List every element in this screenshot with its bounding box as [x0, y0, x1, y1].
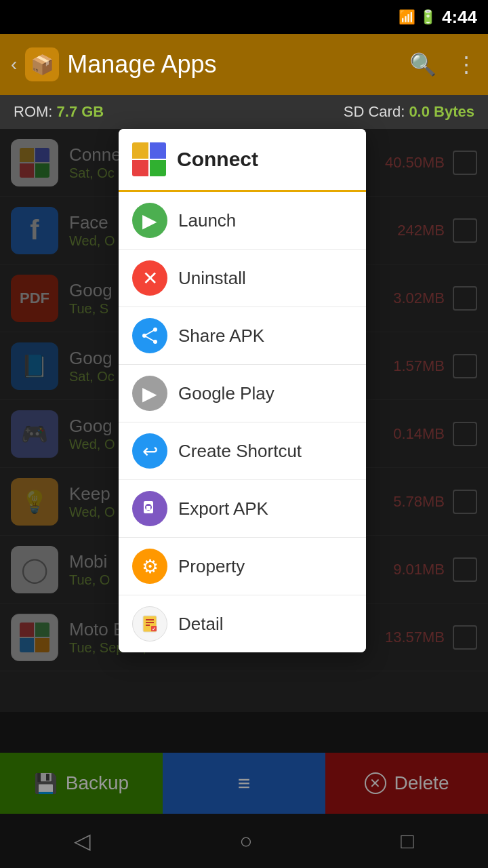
share-apk-icon [132, 318, 167, 353]
storage-bar: ROM: 7.7 GB SD Card: 0.0 Bytes [0, 95, 488, 129]
more-options-icon[interactable]: ⋮ [455, 52, 477, 77]
status-time: 4:44 [442, 7, 477, 28]
google-play-label: Google Play [178, 383, 274, 404]
detail-label: Detail [178, 614, 223, 635]
back-button[interactable]: ‹ [11, 54, 17, 75]
popup-item-export-apk[interactable]: Export APK [119, 480, 366, 538]
google-play-icon: ▶ [132, 376, 167, 411]
rom-info: ROM: 7.7 GB [14, 103, 344, 121]
app-header: ‹ 📦 Manage Apps 🔍 ⋮ [0, 34, 488, 95]
app-logo: 📦 [25, 47, 59, 81]
battery-icon: 🔋 [420, 9, 436, 25]
popup-menu: Connect ▶ Launch ✕ Uninstall Share APK ▶… [119, 129, 366, 652]
uninstall-icon: ✕ [132, 260, 167, 296]
property-icon: ⚙ [132, 549, 167, 584]
status-icons: 📶 🔋 [399, 9, 436, 25]
popup-item-uninstall[interactable]: ✕ Uninstall [119, 250, 366, 307]
popup-item-create-shortcut[interactable]: ↩ Create Shortcut [119, 422, 366, 480]
signal-icon: 📶 [399, 9, 415, 25]
create-shortcut-label: Create Shortcut [178, 441, 302, 462]
svg-text:✓: ✓ [152, 627, 156, 631]
header-title: Manage Apps [67, 50, 390, 79]
popup-app-name: Connect [177, 148, 258, 171]
popup-header: Connect [119, 129, 366, 192]
svg-line-5 [144, 330, 155, 336]
popup-item-launch[interactable]: ▶ Launch [119, 192, 366, 250]
svg-line-6 [144, 336, 155, 342]
property-label: Property [178, 556, 245, 577]
launch-label: Launch [178, 210, 236, 231]
share-apk-label: Share APK [178, 326, 264, 347]
export-apk-icon [132, 491, 167, 526]
launch-icon: ▶ [132, 203, 167, 238]
sd-info: SD Card: 0.0 Bytes [344, 103, 474, 121]
status-bar: 📶 🔋 4:44 [0, 0, 488, 34]
svg-text:📦: 📦 [30, 54, 54, 76]
search-icon[interactable]: 🔍 [409, 52, 436, 77]
create-shortcut-icon: ↩ [132, 433, 167, 469]
connect-app-icon [132, 142, 166, 176]
svg-rect-9 [146, 506, 150, 510]
popup-item-google-play[interactable]: ▶ Google Play [119, 365, 366, 422]
popup-item-share-apk[interactable]: Share APK [119, 307, 366, 365]
popup-item-detail[interactable]: ✓ Detail [119, 595, 366, 652]
uninstall-label: Uninstall [178, 268, 246, 289]
export-apk-label: Export APK [178, 498, 268, 519]
popup-item-property[interactable]: ⚙ Property [119, 538, 366, 595]
detail-icon: ✓ [132, 606, 167, 642]
